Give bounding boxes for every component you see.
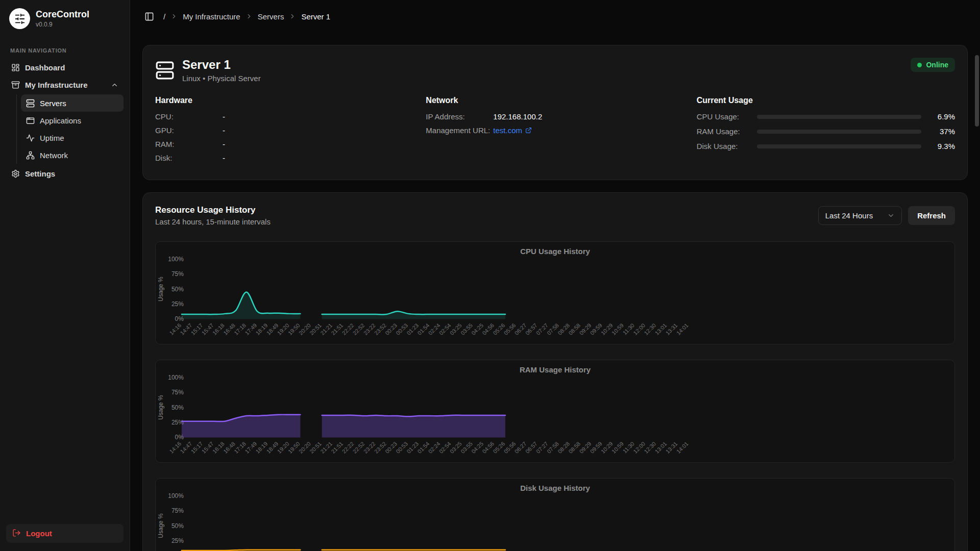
breadcrumb-root[interactable]: / <box>163 12 165 21</box>
svg-text:07:27: 07:27 <box>535 440 549 455</box>
server-header: Server 1 Linux • Physical Server Online <box>155 58 955 83</box>
refresh-button[interactable]: Refresh <box>908 206 955 225</box>
server-title-block: Server 1 Linux • Physical Server <box>182 58 261 83</box>
svg-text:05:56: 05:56 <box>503 440 517 455</box>
disk-usage-plot: 0%25%50%75%100%Usage %14:1614:4715:1715:… <box>156 479 954 551</box>
svg-text:18:19: 18:19 <box>254 322 268 336</box>
server-icon <box>155 61 175 80</box>
time-range-select[interactable]: Last 24 Hours <box>818 206 902 225</box>
topbar: / My Infrastructure Servers Server 1 <box>130 0 980 33</box>
nav-item-label: My Infrastructure <box>25 81 88 89</box>
svg-text:07:27: 07:27 <box>535 322 549 336</box>
scrollbar-thumb[interactable] <box>975 55 979 127</box>
svg-text:13:31: 13:31 <box>665 322 679 336</box>
svg-text:01:54: 01:54 <box>416 440 431 455</box>
network-heading: Network <box>426 96 684 105</box>
svg-text:13:01: 13:01 <box>654 440 668 455</box>
svg-text:23:22: 23:22 <box>362 322 377 336</box>
svg-text:04:25: 04:25 <box>470 440 484 455</box>
svg-text:10:29: 10:29 <box>600 322 614 336</box>
svg-text:17:18: 17:18 <box>233 440 247 455</box>
svg-text:02:24: 02:24 <box>427 440 442 455</box>
svg-text:Usage %: Usage % <box>157 513 164 538</box>
history-controls: Last 24 Hours Refresh <box>818 206 955 225</box>
nav-item-label: Applications <box>40 116 81 125</box>
svg-text:12:30: 12:30 <box>643 322 657 336</box>
logout-button[interactable]: Logout <box>6 524 124 543</box>
svg-text:22:52: 22:52 <box>352 440 366 455</box>
svg-text:00:23: 00:23 <box>384 440 398 455</box>
sidebar-header: CoreControl v0.0.9 <box>6 7 124 34</box>
svg-text:15:17: 15:17 <box>190 322 204 336</box>
svg-text:16:48: 16:48 <box>222 440 236 455</box>
infrastructure-icon <box>11 81 20 89</box>
svg-text:09:29: 09:29 <box>578 440 593 455</box>
hardware-row-disk: Disk: - <box>155 154 413 162</box>
svg-text:21:21: 21:21 <box>319 322 333 336</box>
management-url-link[interactable]: test.com <box>493 126 532 135</box>
breadcrumb: / My Infrastructure Servers Server 1 <box>163 12 330 21</box>
svg-text:17:49: 17:49 <box>243 440 258 455</box>
svg-text:14:16: 14:16 <box>168 440 182 455</box>
ram-progress-bar <box>757 130 921 134</box>
svg-text:08:58: 08:58 <box>567 322 581 336</box>
svg-text:21:51: 21:51 <box>330 440 344 455</box>
svg-text:08:28: 08:28 <box>556 322 571 336</box>
sidebar-item-uptime[interactable]: Uptime <box>21 129 124 146</box>
cpu-usage-chart: CPU Usage History 0%25%50%75%100%Usage %… <box>155 241 955 344</box>
servers-icon <box>26 99 35 108</box>
svg-text:03:55: 03:55 <box>459 322 474 336</box>
svg-text:03:25: 03:25 <box>449 322 463 336</box>
svg-text:Usage %: Usage % <box>157 395 164 420</box>
sidebar-item-network[interactable]: Network <box>21 146 124 164</box>
history-title: Resource Usage History <box>155 205 271 215</box>
cpu-progress-bar <box>757 115 921 119</box>
sidebar-toggle-button[interactable] <box>142 10 156 23</box>
sidebar-item-servers[interactable]: Servers <box>21 94 124 112</box>
nav-section-label: MAIN NAVIGATION <box>10 47 119 54</box>
svg-text:19:50: 19:50 <box>287 322 301 336</box>
sidebar-item-my-infrastructure[interactable]: My Infrastructure <box>6 76 124 93</box>
svg-text:18:49: 18:49 <box>265 322 280 336</box>
svg-text:06:27: 06:27 <box>513 440 528 455</box>
app-root: CoreControl v0.0.9 MAIN NAVIGATION Dashb… <box>0 0 980 551</box>
svg-text:14:01: 14:01 <box>675 322 690 336</box>
hardware-row-gpu: GPU: - <box>155 126 413 135</box>
chevron-up-icon <box>111 81 118 89</box>
svg-text:02:24: 02:24 <box>427 322 442 336</box>
server-subtitle: Linux • Physical Server <box>182 74 261 83</box>
svg-text:03:25: 03:25 <box>449 440 463 455</box>
applications-icon <box>26 116 35 125</box>
svg-text:23:22: 23:22 <box>362 440 377 455</box>
svg-text:09:59: 09:59 <box>589 440 603 455</box>
svg-text:04:56: 04:56 <box>481 440 495 455</box>
chevron-right-icon <box>170 13 178 20</box>
disk-progress-bar <box>757 144 921 148</box>
external-link-icon <box>525 127 532 134</box>
breadcrumb-my-infrastructure[interactable]: My Infrastructure <box>183 12 240 21</box>
svg-text:18:49: 18:49 <box>265 440 280 455</box>
resource-history-card: Resource Usage History Last 24 hours, 15… <box>142 192 968 551</box>
svg-text:10:59: 10:59 <box>610 322 625 336</box>
svg-text:19:20: 19:20 <box>276 440 290 455</box>
uptime-activity-icon <box>26 134 35 142</box>
cpu-usage-plot: 0%25%50%75%100%Usage %14:1614:4715:1715:… <box>156 242 954 344</box>
nav-item-label: Servers <box>40 99 66 108</box>
chevron-down-icon <box>887 212 895 219</box>
svg-text:25%: 25% <box>172 300 184 308</box>
svg-text:14:47: 14:47 <box>179 440 193 455</box>
status-text: Online <box>926 61 948 69</box>
sidebar-item-applications[interactable]: Applications <box>21 112 124 129</box>
sidebar-item-dashboard[interactable]: Dashboard <box>6 59 124 76</box>
breadcrumb-servers[interactable]: Servers <box>258 12 284 21</box>
sidebar-item-settings[interactable]: Settings <box>6 165 124 182</box>
nav-item-label: Dashboard <box>25 63 65 72</box>
ip-address-value: 192.168.100.2 <box>493 112 542 121</box>
svg-text:14:47: 14:47 <box>179 322 193 336</box>
svg-text:17:18: 17:18 <box>233 322 247 336</box>
svg-text:50%: 50% <box>172 286 184 293</box>
svg-text:17:49: 17:49 <box>243 322 258 336</box>
hardware-heading: Hardware <box>155 96 413 105</box>
server-overview-card: Server 1 Linux • Physical Server Online … <box>142 45 968 180</box>
svg-text:05:26: 05:26 <box>492 322 506 336</box>
